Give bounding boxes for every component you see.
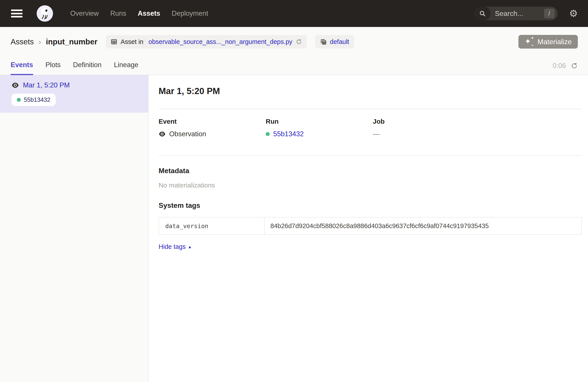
- observation-eye-icon: [11, 81, 19, 89]
- metadata-empty-text: No materializations: [159, 182, 582, 189]
- gear-icon: ⚙: [569, 9, 578, 18]
- settings-button[interactable]: ⚙: [569, 9, 578, 18]
- run-id-link[interactable]: 55b13432: [273, 130, 304, 138]
- repository-default-link[interactable]: default: [330, 38, 349, 45]
- search-shortcut-badge: /: [544, 9, 555, 18]
- materialize-button[interactable]: ✦ ✦ ✦ Materialize: [518, 35, 578, 49]
- reload-definition-icon[interactable]: [296, 39, 302, 45]
- breadcrumb: Assets › input_number Asset in observabl…: [0, 27, 588, 54]
- event-detail-panel: Mar 1, 5:20 PM Event Observation: [149, 75, 588, 382]
- events-sidebar: Mar 1, 5:20 PM 55b13432: [0, 75, 149, 382]
- tag-key-cell: data_version: [159, 217, 264, 235]
- table-row: data_version 84b26d7d9204cbf588026c8a988…: [159, 217, 582, 235]
- asset-definition-pill: Asset in observable_source_ass..._non_ar…: [106, 35, 307, 48]
- caret-up-icon: ▲: [188, 245, 192, 249]
- system-tags-table: data_version 84b26d7d9204cbf588026c8a988…: [159, 217, 582, 235]
- page-header: Assets › input_number Asset in observabl…: [0, 27, 588, 75]
- metadata-heading: Metadata: [159, 167, 582, 175]
- event-type-value: Observation: [169, 130, 206, 138]
- refresh-countdown: 0:06: [553, 62, 566, 70]
- divider: [159, 109, 582, 109]
- nav-item-overview[interactable]: Overview: [70, 9, 99, 18]
- nav-item-runs[interactable]: Runs: [110, 9, 126, 18]
- primary-nav: Overview Runs Assets Deployment: [70, 9, 208, 18]
- global-search[interactable]: /: [474, 7, 558, 20]
- run-status-dot: [17, 98, 21, 102]
- repository-pill: default: [315, 35, 354, 48]
- job-column-header: Job: [373, 118, 582, 125]
- event-column-header: Event: [159, 118, 266, 125]
- repository-icon: [320, 39, 327, 45]
- search-input[interactable]: [491, 9, 544, 18]
- run-id-badge[interactable]: 55b13432: [11, 94, 56, 106]
- tab-events[interactable]: Events: [11, 61, 33, 75]
- tag-value-cell: 84b26d7d9204cbf588026c8a9886d403a6c9637c…: [264, 217, 582, 235]
- run-id-badge-label: 55b13432: [24, 97, 50, 103]
- breadcrumb-assets-link[interactable]: Assets: [11, 37, 34, 46]
- observation-eye-icon: [159, 130, 166, 138]
- sparkle-icon: ✦ ✦ ✦: [525, 37, 534, 46]
- nav-item-assets[interactable]: Assets: [138, 9, 160, 18]
- asset-in-label: Asset in: [121, 38, 145, 45]
- tab-bar: Events Plots Definition Lineage 0:06: [0, 54, 588, 75]
- event-detail-title: Mar 1, 5:20 PM: [159, 86, 582, 96]
- search-icon: [474, 7, 491, 20]
- breadcrumb-separator: ›: [39, 38, 41, 46]
- hamburger-menu-icon[interactable]: [11, 9, 22, 18]
- table-icon: [111, 39, 117, 45]
- run-status-dot: [266, 132, 270, 136]
- divider: [159, 155, 582, 156]
- top-nav: Overview Runs Assets Deployment / ⚙: [0, 0, 588, 27]
- nav-item-deployment[interactable]: Deployment: [172, 9, 208, 18]
- event-list-item-selected[interactable]: Mar 1, 5:20 PM 55b13432: [0, 75, 148, 113]
- hide-tags-label: Hide tags: [159, 243, 186, 250]
- page-title: input_number: [46, 37, 97, 46]
- tab-definition[interactable]: Definition: [73, 61, 102, 75]
- refresh-icon[interactable]: [571, 62, 578, 69]
- asset-source-file-link[interactable]: observable_source_ass..._non_argument_de…: [148, 38, 292, 45]
- tab-plots[interactable]: Plots: [45, 61, 61, 75]
- job-empty-value: —: [373, 130, 380, 138]
- dagster-logo[interactable]: [37, 5, 53, 22]
- hide-tags-button[interactable]: Hide tags ▲: [159, 243, 192, 250]
- event-timestamp: Mar 1, 5:20 PM: [23, 81, 70, 89]
- materialize-label: Materialize: [537, 38, 572, 46]
- run-column-header: Run: [266, 118, 373, 125]
- event-summary-columns: Event Observation Run 55b13: [159, 118, 582, 138]
- system-tags-heading: System tags: [159, 201, 582, 210]
- tab-lineage[interactable]: Lineage: [114, 61, 138, 75]
